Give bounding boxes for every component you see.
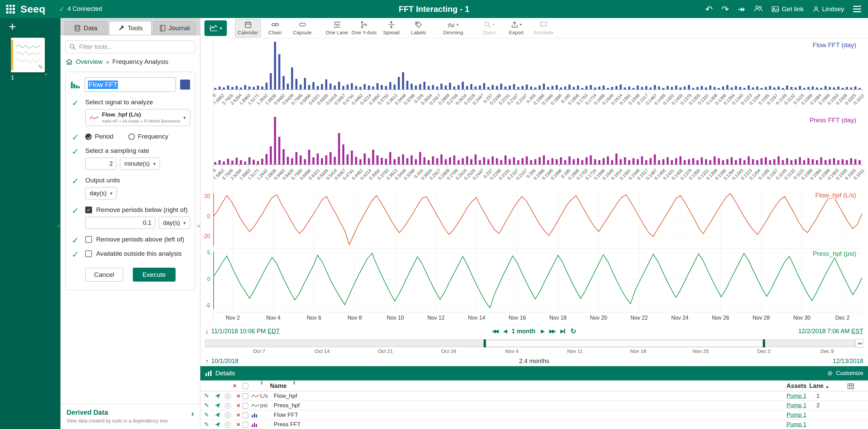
remove-icon[interactable]: ×	[234, 401, 242, 410]
collapse-tools-panel-handle[interactable]: «	[197, 222, 200, 229]
collapse-rail-handle[interactable]: «	[57, 222, 60, 229]
navigate-icon[interactable]	[213, 412, 221, 419]
edit-worksheet-icon[interactable]: ✎	[38, 64, 43, 71]
toolbar-item-zoom[interactable]: ▾ Zoom	[476, 19, 502, 37]
redo-icon[interactable]: ↷	[721, 5, 729, 14]
trend-view-button[interactable]: ▾	[204, 20, 227, 36]
add-worksheet-button[interactable]: +	[9, 21, 60, 33]
table-row[interactable]: ✎ i × L/s Flow_hpf Pump 1 1	[200, 391, 868, 401]
toolbar-item-annotate[interactable]: ▾ Annotate	[530, 19, 556, 37]
sort-icon[interactable]: ▲▼	[260, 380, 263, 385]
info-icon[interactable]: i	[225, 393, 231, 399]
edit-icon[interactable]: ✎	[202, 391, 211, 401]
remove-below-value-input[interactable]: 0.1	[85, 217, 155, 229]
edit-icon[interactable]: ✎	[202, 401, 211, 410]
toolbar-item-calendar[interactable]: ▾ Calendar	[235, 19, 261, 37]
sampling-unit-select[interactable]: minute(s) ▾	[120, 158, 160, 170]
toolbar-item-one-lane[interactable]: ▾ One Lane	[324, 19, 350, 37]
navigate-icon[interactable]	[213, 403, 221, 410]
timeline-zoom-button[interactable]: »»	[855, 339, 864, 347]
worksheet-thumbnail[interactable]: ✎	[11, 38, 45, 72]
column-header-lane[interactable]: Lane ▲	[809, 380, 829, 392]
period-radio[interactable]: Period	[85, 133, 113, 140]
trend-chart-area[interactable]: Flow FFT (day) 07.58523.79262.52841.8963…	[200, 38, 868, 324]
investigate-range-end[interactable]: 12/13/2018	[833, 358, 863, 365]
timeline-selection[interactable]	[485, 340, 764, 347]
signal-select[interactable]: Flow_hpf (L/s) mple-AF » All Areas » Pi …	[85, 109, 190, 126]
undo-icon[interactable]: ↶	[705, 5, 713, 14]
table-row[interactable]: ✎ i × Press FFT Pump 1	[200, 420, 868, 429]
column-header-assets[interactable]: Assets	[786, 380, 807, 391]
table-row[interactable]: ✎ i × psi Press_hpf Pump 1 2	[200, 401, 868, 410]
row-checkbox[interactable]	[242, 393, 248, 399]
toolbar-item-labels[interactable]: ▾ Labels	[405, 19, 431, 37]
remove-icon[interactable]: ×	[234, 410, 242, 420]
investigate-range-start[interactable]: 10/1/2018	[211, 358, 238, 365]
breadcrumb-overview-link[interactable]: Overview	[76, 58, 103, 66]
apps-grid-icon[interactable]	[6, 5, 15, 14]
frequency-radio[interactable]: Frequency	[128, 133, 168, 140]
column-header-name[interactable]: Name	[270, 380, 287, 391]
toolbar-item-spread[interactable]: ▾ Spread	[378, 19, 404, 37]
remove-below-unit-select[interactable]: day(s) ▾	[159, 217, 190, 229]
remove-all-icon[interactable]: ×	[233, 380, 237, 391]
display-range-start[interactable]: 11/1/2018 10:06 PM EDT	[211, 328, 280, 335]
duration-button[interactable]: 1 month	[511, 328, 535, 335]
lane-press-hpf[interactable]: Press_hpf (psi) 50-5	[213, 249, 862, 312]
timeline-handle-left[interactable]	[484, 339, 486, 347]
toolbar-item-dimming[interactable]: ▾ Dimming	[440, 19, 466, 37]
tab-tools[interactable]: Tools	[109, 21, 152, 35]
forward-icon[interactable]: ▶	[541, 328, 544, 334]
navigate-icon[interactable]	[213, 393, 221, 400]
timeline-handle-right[interactable]	[763, 339, 765, 347]
fast-forward-icon[interactable]: ▶▶	[549, 328, 555, 334]
connection-status[interactable]: ✓ 4 Connected	[59, 5, 102, 13]
execute-button[interactable]: Execute	[133, 268, 176, 282]
select-all-checkbox[interactable]	[242, 383, 248, 389]
user-menu[interactable]: Lindsey	[813, 5, 845, 13]
table-row[interactable]: ✎ i × Flow FFT Pump 1	[200, 410, 868, 420]
lane-press-fft[interactable]: Press FFT (day) 07.58523.79262.52841.896…	[213, 115, 862, 191]
flow-fft-plot[interactable]	[213, 40, 862, 90]
info-icon[interactable]: i	[225, 403, 231, 409]
press-hpf-plot[interactable]: 50-5	[213, 249, 862, 312]
row-asset-link[interactable]: Pump 1	[786, 410, 807, 420]
back-icon[interactable]: ◀	[503, 328, 506, 334]
tab-data[interactable]: Data	[65, 21, 107, 35]
row-checkbox[interactable]	[242, 412, 248, 418]
remove-below-checkbox[interactable]: ✓	[85, 207, 92, 213]
output-unit-select[interactable]: day(s) ▾	[85, 187, 117, 199]
remove-below-checkbox-row[interactable]: ✓ Remove periods below (right of)	[85, 206, 190, 214]
display-range-end[interactable]: 12/2/2018 7:06 AM EST	[798, 328, 863, 335]
refresh-icon[interactable]: ↻	[571, 327, 577, 335]
present-icon[interactable]: ↠	[738, 5, 745, 14]
remove-above-checkbox[interactable]	[85, 236, 92, 243]
available-outside-checkbox-row[interactable]: Available outside this analysis	[85, 250, 190, 257]
row-asset-link[interactable]: Pump 1	[786, 420, 807, 429]
tab-journal[interactable]: Journal	[153, 21, 196, 35]
toolbar-item-capsule[interactable]: ▾ Capsule	[289, 19, 315, 37]
step-end-icon[interactable]: ▶	[560, 328, 565, 334]
available-outside-checkbox[interactable]	[85, 250, 92, 257]
main-menu-icon[interactable]	[853, 6, 861, 12]
users-icon[interactable]	[754, 5, 763, 14]
remove-icon[interactable]: ×	[234, 420, 242, 429]
row-checkbox[interactable]	[242, 403, 248, 409]
color-swatch[interactable]	[180, 79, 190, 90]
sort-icon[interactable]: ▲▼	[293, 380, 296, 385]
lane-flow-fft[interactable]: Flow FFT (day) 07.58523.79262.52841.8963…	[213, 40, 862, 115]
press-fft-plot[interactable]	[213, 115, 862, 165]
worksheet-chevron-icon[interactable]: ˇ	[45, 73, 47, 80]
result-name-input[interactable]: Flow FFT	[85, 77, 176, 92]
flow-hpf-plot[interactable]: 200-20	[213, 191, 862, 249]
toolbar-item-one-y-axis[interactable]: ▾ One Y-Axis	[351, 19, 377, 37]
cancel-button[interactable]: Cancel	[85, 268, 123, 282]
remove-icon[interactable]: ×	[234, 391, 242, 401]
edit-icon[interactable]: ✎	[202, 420, 211, 429]
timeline-scrollbar[interactable]: »»	[205, 340, 863, 347]
lane-flow-hpf[interactable]: Flow_hpf (L/s) 200-20	[213, 191, 862, 249]
row-asset-link[interactable]: Pump 1	[786, 401, 807, 410]
sampling-rate-input[interactable]: 2	[85, 158, 116, 170]
get-link-button[interactable]: Get link	[772, 5, 803, 13]
toolbar-item-export[interactable]: ▾ Export	[503, 19, 529, 37]
